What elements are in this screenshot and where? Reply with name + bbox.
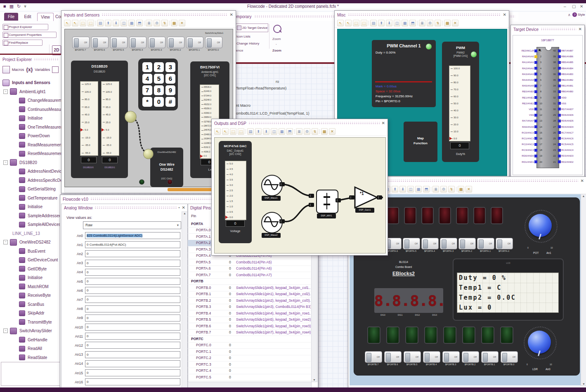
pin-pad-icon[interactable] (534, 160, 537, 163)
tree-item-transmitbyte[interactable]: TransmitByte (0, 318, 61, 327)
pin-pad-icon[interactable] (534, 61, 537, 64)
switch-slider[interactable] (425, 353, 430, 362)
close-icon[interactable]: ✕ (382, 121, 385, 125)
switch-slider[interactable] (150, 38, 155, 47)
tree-item-ambientlight1[interactable]: −AmbientLight1 (0, 87, 61, 96)
switch-portb.0[interactable]: Off (501, 351, 518, 363)
tree-item-gettemperature[interactable]: GetTemperature (0, 194, 61, 203)
digital-row-portb.4[interactable]: PORTB.40SwitchArraySlide1(pin4), keypad_… (188, 310, 311, 317)
toolbar-icon[interactable]: ✕ (452, 20, 458, 26)
analog-value-field[interactable]: 0 (85, 287, 180, 294)
dsp-mix-block[interactable] (316, 190, 338, 214)
project-explorer-header[interactable]: Project Explorer (0, 55, 61, 63)
toolbar-icon[interactable]: ⚙ (440, 186, 447, 192)
toolbar-icon[interactable]: ↖ (222, 128, 229, 135)
dsp-gain-block[interactable] (353, 185, 379, 209)
keypad-key-5[interactable]: 5 (154, 74, 164, 84)
digital-row-portb[interactable]: PORTB (188, 278, 311, 285)
toolbar-icon[interactable]: ≣ (146, 20, 152, 26)
analog-value-field[interactable]: 0 (85, 269, 180, 276)
toolbar-icon[interactable]: ⬆ (105, 20, 111, 26)
pin-pad-icon[interactable] (558, 102, 561, 105)
pin-pad-icon[interactable] (534, 102, 537, 105)
keypad-key-8[interactable]: 8 (154, 85, 164, 95)
toolbar-icon[interactable]: ↖ (345, 20, 352, 26)
switch-slider[interactable] (483, 353, 488, 362)
pin-pad-icon[interactable] (558, 125, 561, 128)
digital-row-portb.1[interactable]: PORTB.10SwitchArraySlide1(pin1), keypad_… (188, 291, 311, 298)
connector-plug[interactable] (279, 219, 285, 223)
switch-portd.3[interactable]: Off (148, 37, 165, 48)
toolbar-icon[interactable]: ✕ (329, 128, 336, 135)
tree-expander-icon[interactable]: − (3, 240, 8, 244)
switch-slider[interactable] (207, 38, 212, 47)
analog-value-field[interactable]: 0 (85, 360, 180, 367)
tree-item-busevent[interactable]: BusEvent (0, 247, 61, 256)
switch-porta.5[interactable]: Off (403, 238, 420, 249)
toolbar-icon[interactable]: ▩ (458, 186, 464, 192)
toolbar-icon[interactable]: ▦ (402, 20, 408, 26)
tree-item-skipaddr[interactable]: SkipAddr (0, 309, 61, 318)
toolbar-icon[interactable]: ⬚ (87, 20, 94, 26)
project-explorer-button[interactable]: Project Explorer (2, 24, 48, 30)
tree-item-matchrom[interactable]: MatchROM (0, 282, 61, 291)
switch-slider[interactable] (169, 38, 174, 47)
inputs-window-titlebar[interactable]: Inputs and Sensors ✕ (61, 11, 236, 19)
switch-portb.1[interactable]: Off (481, 351, 499, 363)
toolbar-icon[interactable]: ↖ (72, 20, 78, 26)
toolbar-icon[interactable]: ⬚ (230, 128, 236, 135)
variables-icon[interactable]: {x} (26, 67, 33, 73)
tree-item-link-line-13[interactable]: LINK_LINE_13 (0, 229, 61, 238)
keypad-key-2[interactable]: 2 (154, 62, 164, 72)
toolbar-icon[interactable]: ⬒ (423, 186, 430, 192)
toolbar-icon[interactable]: ≣ (296, 128, 302, 135)
switch-portd.1[interactable]: Off (186, 37, 203, 48)
digital-row-portc.2[interactable]: PORTC.20 (188, 355, 311, 362)
pin-pad-icon[interactable] (534, 120, 537, 122)
tab-variables[interactable]: Variables (35, 68, 50, 72)
ds18b20-link-0[interactable]: DS18B20/0 (77, 166, 100, 169)
toolbar-icon[interactable]: ↖ (214, 128, 221, 135)
misc-window-titlebar[interactable]: Misc ✕ (335, 11, 509, 19)
digital-row-portb.5[interactable]: PORTB.50SwitchArraySlide1(pin5), keypad_… (188, 317, 311, 324)
tree-expander-icon[interactable]: − (3, 160, 8, 165)
digital-row-portc[interactable]: PORTC (188, 336, 311, 343)
toolbar-icon[interactable]: ▦ (279, 128, 285, 135)
switch-slider[interactable] (444, 353, 449, 362)
toolbar-icon[interactable]: ↯ (312, 128, 318, 135)
switch-portb.5[interactable]: Off (404, 351, 421, 363)
ribbon-tab-view[interactable]: View (37, 13, 54, 21)
switch-porta.0[interactable]: Off (496, 238, 513, 249)
pin-pad-icon[interactable] (534, 96, 537, 99)
minimize-dot-icon[interactable]: ▪ (179, 206, 180, 210)
wire-node[interactable] (125, 111, 137, 123)
toolbar-icon[interactable]: ↖ (337, 20, 344, 26)
switch-slider[interactable] (366, 353, 371, 362)
switch-slider[interactable] (386, 353, 391, 362)
digital-row-portb.2[interactable]: PORTB.20SwitchArraySlide1(pin2), keypad_… (188, 297, 311, 304)
tree-item-continuousmeasurement[interactable]: ContinuousMeasurement (0, 105, 61, 114)
digital-row-portc.0[interactable]: PORTC.00 (188, 342, 311, 349)
connector-plug[interactable] (377, 195, 382, 200)
tree-item-addressnextdevice[interactable]: AddressNextDevice (0, 167, 61, 176)
keypad-key-7[interactable]: 7 (142, 85, 152, 95)
analog-value-field[interactable]: 0 (85, 315, 180, 322)
digital-row-porta.7[interactable]: PORTA.70ComboBL0114(Pin A7) (188, 272, 311, 279)
switch-porta.1[interactable]: Off (477, 238, 494, 249)
toolbar-icon[interactable]: ▦ (128, 20, 135, 26)
close-icon[interactable]: ✕ (579, 27, 582, 31)
toolbar-icon[interactable]: ↯ (435, 20, 441, 26)
zoom-icon[interactable] (273, 25, 281, 33)
pin-pad-icon[interactable] (534, 131, 537, 134)
tree-item-resetmeasurement[interactable]: ResetMeasurement (0, 149, 61, 158)
analog-value-field[interactable]: 0 (85, 333, 180, 340)
pin-pad-icon[interactable] (558, 61, 561, 64)
switch-slider[interactable] (112, 38, 117, 47)
switch-slider[interactable] (405, 353, 410, 362)
outputs-toolbar[interactable]: ↖↖⬚⬚▤⬆⬇◫▦⬒≣⚙↯▩✕ (212, 127, 388, 136)
analog-value-field[interactable]: 0 (85, 324, 180, 331)
app-titlebar[interactable]: ■▦↻▾ Flowcode - Dedicated 2D component p… (0, 3, 586, 11)
pin-pad-icon[interactable] (558, 155, 561, 157)
component-properties-button[interactable]: Component Properties (2, 32, 57, 38)
digital-row-portc.3[interactable]: PORTC.30 (188, 361, 311, 368)
